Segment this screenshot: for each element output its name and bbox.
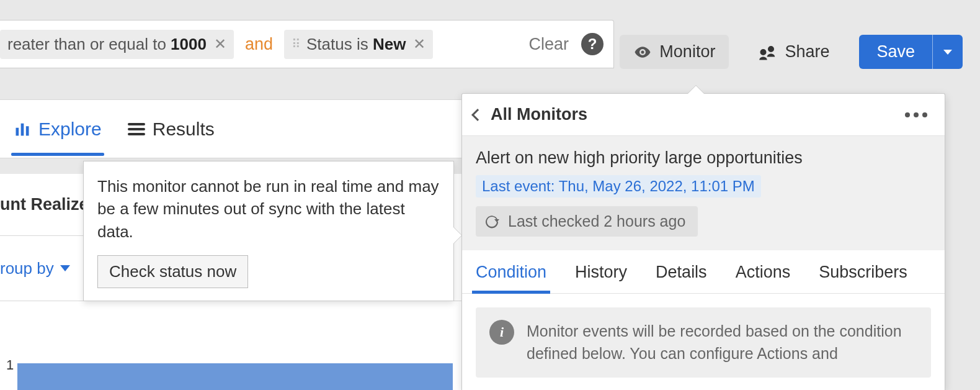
tab-explore-label: Explore [38, 119, 102, 140]
last-checked-chip[interactable]: Last checked 2 hours ago [476, 206, 698, 237]
tab-explore[interactable]: Explore [14, 119, 102, 140]
filter-pill-amount-text: reater than or equal to 1000 [7, 35, 207, 54]
filter-pill-status[interactable]: ⠿ Status is New ✕ [284, 30, 433, 59]
save-button-group: Save [859, 35, 963, 69]
chart-bar [17, 363, 453, 390]
filter-pill-amount[interactable]: reater than or equal to 1000 ✕ [0, 30, 234, 59]
dot-icon [905, 112, 910, 117]
monitor-tab-details[interactable]: Details [656, 263, 707, 293]
group-by-dropdown[interactable]: roup by [0, 259, 70, 278]
caret-down-icon [60, 265, 70, 271]
check-status-button[interactable]: Check status now [97, 255, 248, 288]
close-icon[interactable]: ✕ [214, 37, 226, 52]
refresh-icon [484, 214, 499, 229]
tab-results-label: Results [153, 119, 215, 140]
monitor-panel-caret-icon [687, 86, 705, 94]
monitor-tabs: Condition History Details Actions Subscr… [462, 250, 945, 294]
condition-info-text: Monitor events will be recorded based on… [527, 320, 917, 365]
caret-down-icon [943, 48, 953, 56]
sync-warning-popover: This monitor cannot be run in real time … [83, 161, 454, 301]
drag-handle-icon[interactable]: ⠿ [292, 37, 299, 52]
filter-pills-group: reater than or equal to 1000 ✕ and ⠿ Sta… [0, 30, 528, 59]
share-button[interactable]: Share [745, 35, 843, 69]
monitor-tab-subscribers[interactable]: Subscribers [819, 263, 907, 293]
monitor-button-label: Monitor [659, 42, 715, 61]
sync-warning-text: This monitor cannot be run in real time … [97, 175, 440, 243]
clear-filters-link[interactable]: Clear [528, 35, 569, 54]
action-bar: Monitor Share Save [620, 35, 963, 69]
filter-separator: and [245, 35, 273, 54]
save-dropdown-button[interactable] [932, 35, 963, 69]
last-event-badge[interactable]: Last event: Thu, May 26, 2022, 11:01 PM [476, 175, 761, 197]
group-by-label: roup by [0, 259, 54, 278]
filter-bar: reater than or equal to 1000 ✕ and ⠿ Sta… [0, 20, 614, 68]
dot-icon [914, 112, 919, 117]
monitor-tab-history[interactable]: History [575, 263, 627, 293]
condition-info-box: i Monitor events will be recorded based … [476, 307, 931, 378]
bar-chart-icon [14, 120, 31, 138]
share-button-label: Share [785, 42, 829, 61]
monitor-button[interactable]: Monitor [620, 35, 729, 69]
close-icon[interactable]: ✕ [413, 37, 425, 52]
all-monitors-label: All Monitors [491, 105, 587, 124]
filter-bar-right: Clear ? [528, 33, 604, 55]
y-axis-tick: 1 [6, 357, 14, 373]
share-icon [759, 43, 777, 61]
monitor-panel: All Monitors Alert on new high priority … [461, 93, 945, 390]
info-icon: i [489, 320, 514, 345]
save-button[interactable]: Save [859, 35, 932, 69]
filter-pill-status-text: Status is New [306, 35, 406, 54]
list-icon [128, 123, 145, 135]
more-menu-button[interactable] [905, 112, 927, 117]
popover-arrow-icon [453, 227, 461, 243]
chevron-left-icon [471, 109, 484, 121]
monitor-summary: Alert on new high priority large opportu… [462, 136, 945, 250]
last-checked-text: Last checked 2 hours ago [508, 212, 685, 230]
dot-icon [922, 112, 927, 117]
tab-results[interactable]: Results [128, 119, 215, 140]
monitor-panel-header: All Monitors [462, 94, 945, 136]
help-icon[interactable]: ? [581, 33, 604, 55]
eye-icon [633, 43, 652, 61]
monitor-tab-condition[interactable]: Condition [476, 263, 546, 293]
monitor-tab-actions[interactable]: Actions [736, 263, 791, 293]
monitor-title: Alert on new high priority large opportu… [476, 148, 931, 168]
all-monitors-back-link[interactable]: All Monitors [473, 105, 587, 124]
